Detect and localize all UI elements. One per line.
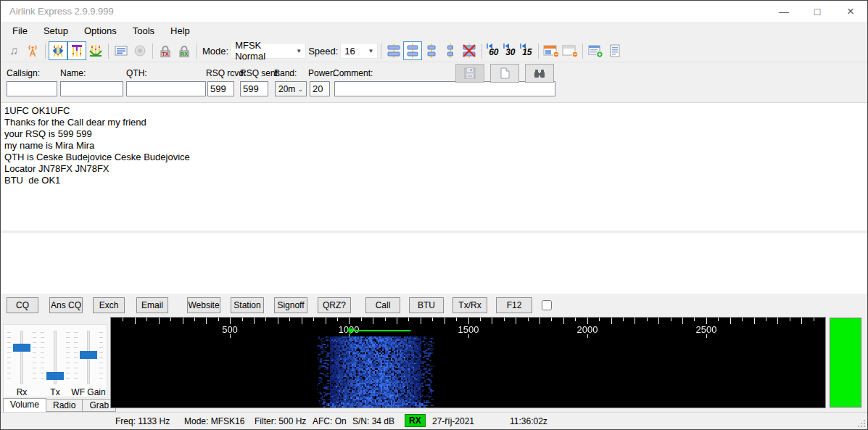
menu-options[interactable]: Options: [76, 25, 125, 36]
bandwidth-clear-icon[interactable]: [460, 41, 479, 60]
callsign-field[interactable]: [7, 81, 57, 96]
signal-level-indicator: [830, 318, 861, 408]
rsq-sent-field[interactable]: [240, 81, 268, 96]
macro-signoff-button[interactable]: Signoff: [274, 297, 307, 313]
bottom-section: Rx Tx WF Gain Volume Radio Grab: [1, 317, 867, 412]
menu-file[interactable]: File: [4, 25, 36, 36]
macro-f12-button[interactable]: F12: [496, 297, 532, 313]
macro-bar: CQ Ans CQ Exch Email Website Station Sig…: [1, 294, 867, 317]
comment-field[interactable]: [334, 81, 555, 96]
skip-back-icon: [503, 44, 509, 49]
slider-ticks: [33, 332, 36, 383]
sound-notes-icon[interactable]: ♫: [4, 41, 23, 60]
bandwidth-normal-icon[interactable]: [403, 41, 422, 60]
chevron-down-icon: ⌄: [297, 86, 303, 93]
tx-volume-slider[interactable]: [39, 331, 71, 384]
slider-handle[interactable]: [46, 372, 64, 380]
log-window-icon[interactable]: [112, 41, 131, 60]
toolbar-separator: [152, 44, 153, 59]
hide-rx-window-icon[interactable]: [542, 41, 561, 60]
bandwidth-wide-icon[interactable]: [384, 41, 403, 60]
afc-icon[interactable]: [49, 41, 67, 60]
band-select[interactable]: 20m ⌄: [275, 81, 307, 96]
tx-text-area[interactable]: [1, 233, 867, 294]
slider-track[interactable]: [20, 331, 23, 384]
slider-handle[interactable]: [13, 344, 30, 352]
toolbar-separator: [197, 44, 197, 59]
replay-60-button[interactable]: 60: [485, 42, 502, 59]
waterfall-display[interactable]: [110, 317, 826, 408]
svg-text:RX: RX: [181, 51, 188, 57]
toolbar-separator: [538, 44, 539, 59]
resize-grip-icon[interactable]: [857, 419, 865, 427]
macro-website-button[interactable]: Website: [187, 297, 220, 313]
macro-station-button[interactable]: Station: [231, 297, 264, 313]
bandwidth-narrow-icon[interactable]: [422, 41, 441, 60]
macro-email-button[interactable]: Email: [136, 297, 168, 313]
qth-field[interactable]: [126, 81, 206, 96]
bandwidth-narrowest-icon[interactable]: [441, 41, 460, 60]
close-button[interactable]: ×: [834, 1, 867, 22]
slider-ticks: [41, 332, 44, 383]
slider-ticks: [7, 332, 11, 383]
rsq-rcvd-field[interactable]: [207, 81, 234, 96]
tx-slider-label: Tx: [39, 387, 71, 397]
chevron-down-icon: ▼: [296, 48, 302, 54]
net-icon[interactable]: [67, 41, 86, 60]
slider-ticks: [66, 332, 70, 383]
search-log-button[interactable]: [525, 64, 554, 83]
slider-handle[interactable]: [80, 351, 97, 359]
name-field[interactable]: [60, 81, 123, 96]
macro-call-button[interactable]: Call: [365, 297, 400, 313]
blank-page-icon: [498, 67, 511, 80]
binoculars-icon: [533, 67, 546, 79]
floppy-disk-icon: [463, 67, 476, 80]
record-icon[interactable]: [131, 41, 149, 60]
tab-volume[interactable]: Volume: [3, 398, 46, 412]
menu-help[interactable]: Help: [162, 25, 198, 36]
tx-lock-icon[interactable]: TX: [156, 41, 175, 60]
antenna-icon[interactable]: [23, 41, 42, 60]
speed-select[interactable]: 16 ▼: [340, 43, 378, 59]
new-qso-button[interactable]: [490, 64, 519, 83]
rx-volume-slider[interactable]: [6, 331, 38, 384]
hide-tx-window-icon[interactable]: [561, 41, 579, 60]
skip-back-icon: [520, 44, 526, 49]
mode-select[interactable]: MFSK Normal ▼: [231, 43, 306, 59]
toolbar: ♫: [1, 40, 867, 62]
tab-radio[interactable]: Radio: [46, 399, 83, 412]
status-bar: Freq: 1133 Hz Mode: MFSK16 Filter: 500 H…: [1, 412, 867, 429]
logbook-icon[interactable]: [605, 41, 624, 60]
window-title: Airlink Express 2.9.9.999: [1, 6, 767, 17]
macro-exch-button[interactable]: Exch: [93, 297, 125, 313]
macro-option-checkbox[interactable]: [542, 300, 552, 310]
macro-anscq-button[interactable]: Ans CQ: [49, 297, 83, 313]
app-window: Airlink Express 2.9.9.999 — □ × File Set…: [0, 0, 868, 430]
minimize-button[interactable]: —: [767, 1, 801, 22]
macro-txrx-button[interactable]: Tx/Rx: [452, 297, 487, 313]
callsign-label: Callsign:: [7, 68, 40, 78]
wf-gain-slider[interactable]: [73, 331, 104, 384]
toolbar-separator: [45, 44, 46, 59]
menu-setup[interactable]: Setup: [36, 25, 76, 36]
waterfall-canvas[interactable]: [111, 318, 825, 408]
mode-value: MFSK Normal: [235, 40, 289, 62]
rx-text-area[interactable]: 1UFC OK1UFC Thanks for the Call dear my …: [1, 102, 867, 231]
menu-tools[interactable]: Tools: [125, 25, 162, 36]
squelch-icon[interactable]: [86, 41, 105, 60]
add-log-entry-icon[interactable]: [586, 41, 605, 60]
wf-gain-slider-label: WF Gain: [67, 387, 109, 397]
replay-15-button[interactable]: 15: [518, 42, 535, 59]
macro-btu-button[interactable]: BTU: [409, 297, 444, 313]
replay-30-button[interactable]: 30: [502, 42, 518, 59]
save-qso-button[interactable]: [455, 64, 484, 83]
maximize-button[interactable]: □: [801, 1, 834, 22]
band-value: 20m: [278, 84, 295, 94]
rx-lock-icon[interactable]: RX: [175, 41, 194, 60]
power-field[interactable]: [310, 81, 330, 96]
rx-slider-label: Rx: [6, 387, 38, 397]
macro-qrz-button[interactable]: QRZ?: [318, 297, 351, 313]
toolbar-separator: [108, 44, 109, 59]
macro-cq-button[interactable]: CQ: [7, 297, 38, 313]
chevron-down-icon: ▼: [368, 48, 373, 54]
